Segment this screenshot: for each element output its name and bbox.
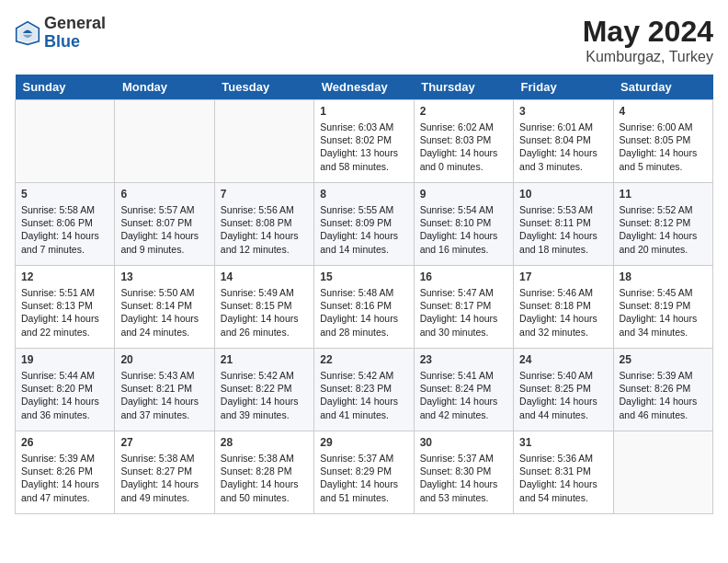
cell-content: Sunrise: 6:03 AM Sunset: 8:02 PM Dayligh…	[320, 121, 407, 173]
calendar-cell: 1Sunrise: 6:03 AM Sunset: 8:02 PM Daylig…	[314, 100, 414, 183]
calendar-cell: 6Sunrise: 5:57 AM Sunset: 8:07 PM Daylig…	[115, 183, 214, 266]
calendar-cell: 4Sunrise: 6:00 AM Sunset: 8:05 PM Daylig…	[613, 100, 712, 183]
day-number: 13	[120, 270, 208, 283]
cell-content: Sunrise: 6:02 AM Sunset: 8:03 PM Dayligh…	[420, 121, 507, 173]
day-number: 19	[21, 353, 108, 366]
calendar-cell	[16, 100, 115, 183]
cell-content: Sunrise: 5:40 AM Sunset: 8:25 PM Dayligh…	[519, 369, 607, 421]
calendar-cell: 8Sunrise: 5:55 AM Sunset: 8:09 PM Daylig…	[314, 183, 414, 266]
day-number: 6	[120, 188, 208, 201]
calendar-cell: 16Sunrise: 5:47 AM Sunset: 8:17 PM Dayli…	[414, 266, 513, 349]
day-number: 15	[320, 270, 407, 283]
calendar-cell: 23Sunrise: 5:41 AM Sunset: 8:24 PM Dayli…	[414, 349, 513, 431]
day-number: 3	[519, 105, 607, 118]
cell-content: Sunrise: 5:57 AM Sunset: 8:07 PM Dayligh…	[120, 203, 208, 256]
calendar-header: SundayMondayTuesdayWednesdayThursdayFrid…	[16, 75, 713, 100]
cell-content: Sunrise: 5:37 AM Sunset: 8:29 PM Dayligh…	[320, 452, 407, 504]
calendar-cell: 29Sunrise: 5:37 AM Sunset: 8:29 PM Dayli…	[314, 431, 414, 514]
weekday-header-monday: Monday	[115, 75, 214, 100]
day-number: 30	[420, 436, 507, 449]
day-number: 21	[221, 353, 308, 366]
cell-content: Sunrise: 5:55 AM Sunset: 8:09 PM Dayligh…	[320, 203, 407, 256]
calendar-cell: 19Sunrise: 5:44 AM Sunset: 8:20 PM Dayli…	[16, 349, 115, 431]
calendar-cell: 14Sunrise: 5:49 AM Sunset: 8:15 PM Dayli…	[214, 266, 313, 349]
calendar-cell: 27Sunrise: 5:38 AM Sunset: 8:27 PM Dayli…	[115, 431, 214, 514]
day-number: 17	[519, 270, 607, 283]
cell-content: Sunrise: 5:43 AM Sunset: 8:21 PM Dayligh…	[120, 369, 208, 421]
calendar-cell: 26Sunrise: 5:39 AM Sunset: 8:26 PM Dayli…	[16, 431, 115, 514]
weekday-header-sunday: Sunday	[16, 75, 115, 100]
calendar-cell: 24Sunrise: 5:40 AM Sunset: 8:25 PM Dayli…	[514, 349, 613, 431]
calendar-cell: 20Sunrise: 5:43 AM Sunset: 8:21 PM Dayli…	[115, 349, 214, 431]
day-number: 22	[320, 353, 407, 366]
cell-content: Sunrise: 5:47 AM Sunset: 8:17 PM Dayligh…	[420, 286, 507, 339]
cell-content: Sunrise: 5:50 AM Sunset: 8:14 PM Dayligh…	[120, 286, 208, 339]
day-number: 27	[120, 436, 208, 449]
month-year-title: May 2024	[583, 15, 713, 49]
calendar-cell: 3Sunrise: 6:01 AM Sunset: 8:04 PM Daylig…	[514, 100, 613, 183]
calendar-cell: 12Sunrise: 5:51 AM Sunset: 8:13 PM Dayli…	[16, 266, 115, 349]
cell-content: Sunrise: 5:39 AM Sunset: 8:26 PM Dayligh…	[21, 452, 108, 504]
calendar-cell	[613, 431, 712, 514]
day-number: 9	[420, 188, 507, 201]
day-number: 26	[21, 436, 108, 449]
calendar-cell: 21Sunrise: 5:42 AM Sunset: 8:22 PM Dayli…	[214, 349, 313, 431]
logo-icon	[15, 20, 40, 46]
calendar-cell: 18Sunrise: 5:45 AM Sunset: 8:19 PM Dayli…	[613, 266, 712, 349]
location-subtitle: Kumburgaz, Turkey	[583, 49, 713, 65]
calendar-table: SundayMondayTuesdayWednesdayThursdayFrid…	[15, 75, 713, 514]
cell-content: Sunrise: 6:00 AM Sunset: 8:05 PM Dayligh…	[620, 121, 707, 173]
cell-content: Sunrise: 5:54 AM Sunset: 8:10 PM Dayligh…	[420, 203, 507, 256]
page-header: General Blue May 2024 Kumburgaz, Turkey	[15, 15, 713, 65]
cell-content: Sunrise: 5:39 AM Sunset: 8:26 PM Dayligh…	[620, 369, 707, 421]
cell-content: Sunrise: 5:42 AM Sunset: 8:22 PM Dayligh…	[221, 369, 308, 421]
cell-content: Sunrise: 5:45 AM Sunset: 8:19 PM Dayligh…	[620, 286, 707, 339]
cell-content: Sunrise: 5:41 AM Sunset: 8:24 PM Dayligh…	[420, 369, 507, 421]
calendar-cell: 22Sunrise: 5:42 AM Sunset: 8:23 PM Dayli…	[314, 349, 414, 431]
day-number: 12	[21, 270, 108, 283]
calendar-cell: 31Sunrise: 5:36 AM Sunset: 8:31 PM Dayli…	[514, 431, 613, 514]
logo: General Blue	[15, 15, 106, 52]
calendar-week-row: 26Sunrise: 5:39 AM Sunset: 8:26 PM Dayli…	[16, 431, 713, 514]
cell-content: Sunrise: 5:42 AM Sunset: 8:23 PM Dayligh…	[320, 369, 407, 421]
weekday-header-row: SundayMondayTuesdayWednesdayThursdayFrid…	[16, 75, 713, 100]
calendar-week-row: 1Sunrise: 6:03 AM Sunset: 8:02 PM Daylig…	[16, 100, 713, 183]
day-number: 14	[221, 270, 308, 283]
calendar-cell: 10Sunrise: 5:53 AM Sunset: 8:11 PM Dayli…	[514, 183, 613, 266]
day-number: 1	[320, 105, 407, 118]
weekday-header-thursday: Thursday	[414, 75, 513, 100]
calendar-cell: 30Sunrise: 5:37 AM Sunset: 8:30 PM Dayli…	[414, 431, 513, 514]
day-number: 31	[519, 436, 607, 449]
cell-content: Sunrise: 5:58 AM Sunset: 8:06 PM Dayligh…	[21, 203, 108, 256]
calendar-cell: 7Sunrise: 5:56 AM Sunset: 8:08 PM Daylig…	[214, 183, 313, 266]
calendar-cell: 9Sunrise: 5:54 AM Sunset: 8:10 PM Daylig…	[414, 183, 513, 266]
cell-content: Sunrise: 5:52 AM Sunset: 8:12 PM Dayligh…	[620, 203, 707, 256]
day-number: 11	[620, 188, 707, 201]
weekday-header-friday: Friday	[514, 75, 613, 100]
calendar-week-row: 19Sunrise: 5:44 AM Sunset: 8:20 PM Dayli…	[16, 349, 713, 431]
cell-content: Sunrise: 5:49 AM Sunset: 8:15 PM Dayligh…	[221, 286, 308, 339]
cell-content: Sunrise: 5:53 AM Sunset: 8:11 PM Dayligh…	[519, 203, 607, 256]
day-number: 10	[519, 188, 607, 201]
calendar-cell: 11Sunrise: 5:52 AM Sunset: 8:12 PM Dayli…	[613, 183, 712, 266]
calendar-cell: 17Sunrise: 5:46 AM Sunset: 8:18 PM Dayli…	[514, 266, 613, 349]
cell-content: Sunrise: 6:01 AM Sunset: 8:04 PM Dayligh…	[519, 121, 607, 173]
cell-content: Sunrise: 5:38 AM Sunset: 8:28 PM Dayligh…	[221, 452, 308, 504]
weekday-header-saturday: Saturday	[613, 75, 712, 100]
cell-content: Sunrise: 5:48 AM Sunset: 8:16 PM Dayligh…	[320, 286, 407, 339]
calendar-cell: 25Sunrise: 5:39 AM Sunset: 8:26 PM Dayli…	[613, 349, 712, 431]
cell-content: Sunrise: 5:51 AM Sunset: 8:13 PM Dayligh…	[21, 286, 108, 339]
cell-content: Sunrise: 5:44 AM Sunset: 8:20 PM Dayligh…	[21, 369, 108, 421]
calendar-cell	[115, 100, 214, 183]
cell-content: Sunrise: 5:37 AM Sunset: 8:30 PM Dayligh…	[420, 452, 507, 504]
calendar-cell: 5Sunrise: 5:58 AM Sunset: 8:06 PM Daylig…	[16, 183, 115, 266]
day-number: 16	[420, 270, 507, 283]
title-block: May 2024 Kumburgaz, Turkey	[583, 15, 713, 65]
cell-content: Sunrise: 5:46 AM Sunset: 8:18 PM Dayligh…	[519, 286, 607, 339]
calendar-week-row: 12Sunrise: 5:51 AM Sunset: 8:13 PM Dayli…	[16, 266, 713, 349]
day-number: 29	[320, 436, 407, 449]
day-number: 23	[420, 353, 507, 366]
calendar-body: 1Sunrise: 6:03 AM Sunset: 8:02 PM Daylig…	[16, 100, 713, 514]
day-number: 18	[620, 270, 707, 283]
day-number: 28	[221, 436, 308, 449]
